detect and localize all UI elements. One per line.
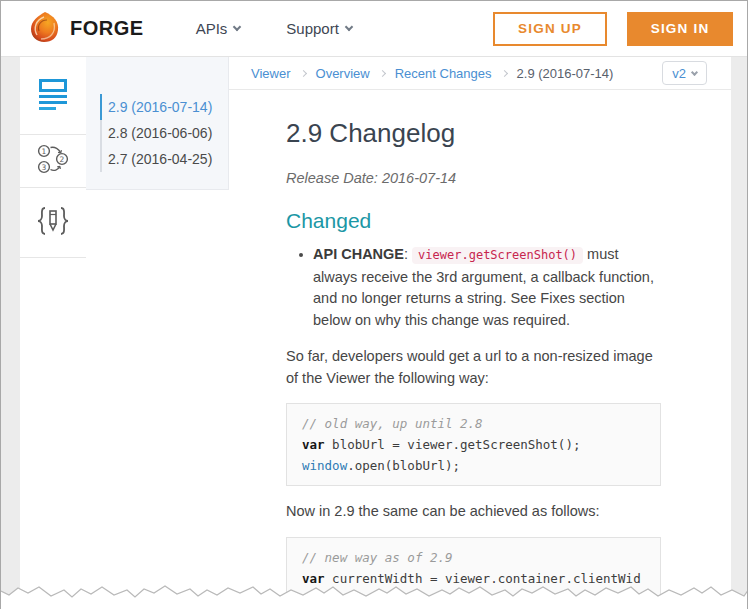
paragraph: Now in 2.9 the same can be achieved as f…	[286, 501, 661, 523]
breadcrumb-separator-icon	[501, 69, 508, 76]
brand-name: FORGE	[70, 17, 144, 40]
sidebar-item-documentation[interactable]	[20, 57, 86, 135]
sign-in-button[interactable]: SIGN IN	[627, 12, 733, 46]
version-link-active[interactable]: 2.9 (2016-07-14)	[100, 94, 228, 120]
change-list-item: API CHANGE: viewer.getScreenShot() must …	[313, 244, 661, 331]
code-line: // new way as of 2.9	[302, 547, 645, 568]
version-sidebar: 2.9 (2016-07-14)2.8 (2016-06-06)2.7 (201…	[86, 57, 229, 609]
page-body: 1 2 3	[1, 57, 747, 609]
forge-flame-icon	[28, 10, 62, 48]
api-version-dropdown[interactable]: v2	[662, 61, 707, 85]
nav-label: APIs	[196, 20, 228, 37]
version-link[interactable]: 2.7 (2016-04-25)	[102, 146, 228, 172]
chevron-down-icon	[233, 23, 241, 31]
breadcrumb-current: 2.9 (2016-07-14)	[517, 66, 614, 81]
breadcrumb-link[interactable]: Recent Changes	[395, 66, 492, 81]
inline-code: viewer.getScreenShot()	[412, 247, 583, 264]
api-version-label: v2	[672, 66, 686, 81]
nav-item-support[interactable]: Support	[286, 20, 352, 37]
breadcrumb: ViewerOverviewRecent Changes2.9 (2016-07…	[251, 66, 613, 81]
sidebar-item-tutorials[interactable]: 1 2 3	[20, 135, 86, 188]
header-buttons: SIGN UP SIGN IN	[493, 12, 733, 46]
left-page-gutter	[1, 57, 20, 609]
chevron-down-icon	[691, 68, 698, 75]
sign-up-button[interactable]: SIGN UP	[493, 12, 607, 46]
icon-rail: 1 2 3	[20, 57, 86, 609]
breadcrumb-separator-icon	[299, 69, 306, 76]
code-block-old-way: // old way, up until 2.8var blobUrl = vi…	[286, 403, 661, 486]
nav-label: Support	[286, 20, 339, 37]
nav-item-apis[interactable]: APIs	[196, 20, 241, 37]
page: FORGE APIsSupport SIGN UP SIGN IN	[0, 0, 748, 609]
svg-text:1: 1	[42, 147, 47, 156]
main-content: ViewerOverviewRecent Changes2.9 (2016-07…	[229, 57, 731, 609]
changes-list: API CHANGE: viewer.getScreenShot() must …	[286, 244, 661, 331]
code-line: var currentWidth = viewer.container.clie…	[302, 568, 645, 609]
paragraph: So far, developers would get a url to a …	[286, 346, 661, 389]
svg-text:3: 3	[42, 163, 47, 172]
scrollbar-gutter[interactable]	[731, 57, 747, 609]
section-heading-changed: Changed	[286, 209, 661, 233]
svg-text:2: 2	[60, 155, 65, 164]
breadcrumb-link[interactable]: Viewer	[251, 66, 291, 81]
version-list: 2.9 (2016-07-14)2.8 (2016-06-06)2.7 (201…	[100, 94, 228, 172]
breadcrumb-separator-icon	[379, 69, 386, 76]
code-block-new-way: // new way as of 2.9var currentWidth = v…	[286, 537, 661, 609]
breadcrumb-link[interactable]: Overview	[316, 66, 370, 81]
top-header: FORGE APIsSupport SIGN UP SIGN IN	[1, 1, 747, 57]
release-date: Release Date: 2016-07-14	[286, 170, 661, 186]
version-panel: 2.9 (2016-07-14)2.8 (2016-06-06)2.7 (201…	[86, 57, 229, 190]
top-nav: APIsSupport	[196, 20, 352, 37]
article: 2.9 Changelog Release Date: 2016-07-14 C…	[229, 90, 731, 609]
article-docs-icon	[39, 79, 67, 113]
numbered-steps-icon: 1 2 3	[35, 143, 71, 179]
version-link[interactable]: 2.8 (2016-06-06)	[102, 120, 228, 146]
code-line: window.open(blobUrl);	[302, 455, 645, 476]
breadcrumb-bar: ViewerOverviewRecent Changes2.9 (2016-07…	[229, 57, 731, 90]
forge-logo[interactable]: FORGE	[28, 10, 144, 48]
sidebar-item-api-reference[interactable]	[20, 188, 86, 258]
code-line: // old way, up until 2.8	[302, 413, 645, 434]
page-title: 2.9 Changelog	[286, 118, 661, 149]
chevron-down-icon	[345, 23, 353, 31]
code-line: var blobUrl = viewer.getScreenShot();	[302, 434, 645, 455]
code-reference-icon	[33, 204, 73, 242]
